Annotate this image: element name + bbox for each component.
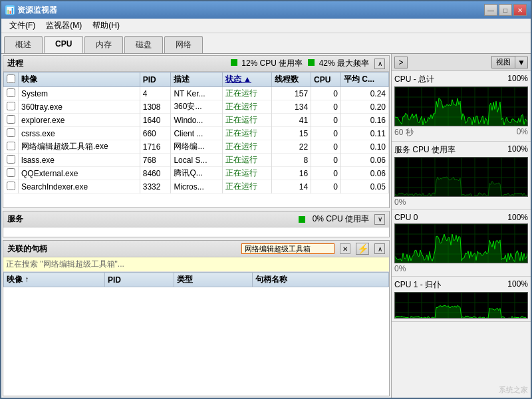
row-avg: 0.05 — [341, 180, 389, 194]
handles-section: 关联的句柄 ✕ ⚡ ∧ 正在搜索 "网络编辑超级工具箱"... — [3, 240, 390, 396]
row-image: 网络编辑超级工具箱.exe — [19, 140, 140, 154]
row-status: 正在运行 — [222, 180, 272, 194]
process-table-body: System 4 NT Ker... 正在运行 157 0 0.24 360tr… — [4, 87, 389, 194]
row-pid: 768 — [140, 154, 171, 167]
cpu0-title: CPU 0 — [394, 213, 418, 222]
cpu0-graph — [394, 223, 528, 263]
row-checkbox[interactable] — [7, 115, 15, 124]
row-checkbox[interactable] — [7, 182, 15, 190]
col-avg[interactable]: 平均 C... — [341, 72, 389, 87]
col-status[interactable]: 状态 ▲ — [222, 72, 272, 87]
row-checkbox-cell[interactable] — [4, 87, 19, 100]
row-status: 正在运行 — [222, 127, 272, 140]
row-image: 360tray.exe — [19, 100, 140, 114]
row-cpu: 0 — [311, 180, 341, 194]
handles-expand-button[interactable]: ∧ — [374, 243, 385, 254]
row-avg: 0.20 — [341, 100, 389, 114]
col-threads[interactable]: 线程数 — [272, 72, 311, 87]
row-checkbox[interactable] — [7, 128, 15, 137]
col-cpu[interactable]: CPU — [311, 72, 341, 87]
col-handles-image[interactable]: 映像 ↑ — [4, 273, 105, 287]
freq-indicator-icon — [308, 59, 315, 66]
cpu-total-time: 60 秒 0% — [394, 127, 528, 138]
row-status: 正在运行 — [222, 114, 272, 127]
row-status: 正在运行 — [222, 167, 272, 180]
tab-disk[interactable]: 磁盘 — [124, 36, 163, 53]
right-panel: > 视图 ▼ CPU - 总计 100% 60 秒 0% — [391, 54, 531, 398]
menu-monitor[interactable]: 监视器(M) — [41, 19, 87, 33]
right-panel-expand-button[interactable]: > — [394, 57, 408, 68]
row-checkbox-cell[interactable] — [4, 127, 19, 140]
handles-table-header: 映像 ↑ PID 类型 句柄名称 — [4, 273, 389, 287]
watermark-area: 系统之家 — [392, 322, 531, 398]
menu-file[interactable]: 文件(F) — [4, 19, 41, 33]
process-expand-button[interactable]: ∧ — [374, 59, 385, 69]
row-status: 正在运行 — [222, 100, 272, 114]
row-avg: 0.24 — [341, 87, 389, 100]
table-row: QQExternal.exe 8460 腾讯Q... 正在运行 16 0 0.0… — [4, 167, 389, 180]
row-checkbox-cell[interactable] — [4, 114, 19, 127]
maximize-button[interactable]: □ — [499, 4, 512, 16]
row-avg: 0.06 — [341, 167, 389, 180]
row-checkbox-cell[interactable] — [4, 100, 19, 114]
select-all-checkbox[interactable] — [7, 74, 15, 83]
services-expand-button[interactable]: ∨ — [374, 214, 385, 225]
view-button[interactable]: 视图 — [491, 56, 515, 68]
process-table: 映像 PID 描述 状态 ▲ 线程数 CPU 平均 C... System — [3, 72, 389, 194]
cpu-indicator-icon — [231, 59, 237, 66]
row-checkbox[interactable] — [7, 142, 15, 150]
title-bar-buttons: — □ ✕ — [484, 4, 527, 16]
col-pid[interactable]: PID — [140, 72, 171, 87]
cpu0-min: 0% — [394, 264, 406, 273]
col-handles-pid[interactable]: PID — [104, 273, 174, 287]
row-checkbox[interactable] — [7, 88, 15, 97]
col-image[interactable]: 映像 — [19, 72, 140, 87]
row-checkbox-cell[interactable] — [4, 167, 19, 180]
row-desc: NT Ker... — [171, 87, 222, 100]
handles-table-container[interactable]: 映像 ↑ PID 类型 句柄名称 — [3, 272, 389, 396]
table-row: System 4 NT Ker... 正在运行 157 0 0.24 — [4, 87, 389, 100]
services-section-header[interactable]: 服务 0% CPU 使用率 ∨ — [3, 211, 389, 227]
row-pid: 660 — [140, 127, 171, 140]
tab-network[interactable]: 网络 — [164, 36, 203, 53]
left-panel: 进程 12% CPU 使用率 42% 最大频率 ∧ — [1, 54, 391, 398]
col-checkbox[interactable] — [4, 72, 19, 87]
table-row: lsass.exe 768 Local S... 正在运行 8 0 0.06 — [4, 154, 389, 167]
menu-bar: 文件(F) 监视器(M) 帮助(H) — [1, 19, 531, 33]
tab-overview[interactable]: 概述 — [4, 36, 43, 53]
tab-cpu[interactable]: CPU — [44, 36, 83, 53]
row-checkbox-cell[interactable] — [4, 140, 19, 154]
col-desc[interactable]: 描述 — [171, 72, 222, 87]
cpu-total-graph-section: CPU - 总计 100% 60 秒 0% — [392, 71, 531, 142]
process-title: 进程 — [7, 58, 23, 69]
col-handles-name[interactable]: 句柄名称 — [253, 273, 389, 287]
search-lightning-button[interactable]: ⚡ — [356, 243, 369, 255]
row-pid: 8460 — [140, 167, 171, 180]
row-checkbox-cell[interactable] — [4, 180, 19, 194]
row-checkbox[interactable] — [7, 168, 15, 177]
minimize-button[interactable]: — — [484, 4, 497, 16]
process-stats: 12% CPU 使用率 42% 最大频率 ∧ — [231, 58, 385, 69]
row-checkbox[interactable] — [7, 155, 15, 164]
row-desc: Client ... — [171, 127, 222, 140]
col-handles-type[interactable]: 类型 — [174, 273, 253, 287]
menu-help[interactable]: 帮助(H) — [87, 19, 125, 33]
row-cpu: 0 — [311, 140, 341, 154]
main-content: 进程 12% CPU 使用率 42% 最大频率 ∧ — [1, 53, 531, 398]
cpu-total-title: CPU - 总计 — [394, 74, 434, 85]
row-checkbox-cell[interactable] — [4, 154, 19, 167]
process-table-container[interactable]: 映像 PID 描述 状态 ▲ 线程数 CPU 平均 C... System — [3, 72, 389, 207]
row-checkbox[interactable] — [7, 102, 15, 110]
view-dropdown-arrow[interactable]: ▼ — [515, 57, 528, 68]
handles-search-input[interactable] — [241, 243, 334, 254]
searching-status: 正在搜索 "网络编辑超级工具箱"... — [3, 257, 389, 272]
process-section-header[interactable]: 进程 12% CPU 使用率 42% 最大频率 ∧ — [3, 56, 389, 72]
process-table-header: 映像 PID 描述 状态 ▲ 线程数 CPU 平均 C... — [4, 72, 389, 87]
close-button[interactable]: ✕ — [513, 4, 527, 16]
tab-memory[interactable]: 内存 — [84, 36, 123, 53]
row-cpu: 0 — [311, 127, 341, 140]
service-cpu-graph-section: 服务 CPU 使用率 100% 0% — [392, 142, 531, 210]
handles-section-header[interactable]: 关联的句柄 ✕ ⚡ ∧ — [3, 241, 389, 257]
search-clear-button[interactable]: ✕ — [340, 243, 350, 254]
row-pid: 1308 — [140, 100, 171, 114]
